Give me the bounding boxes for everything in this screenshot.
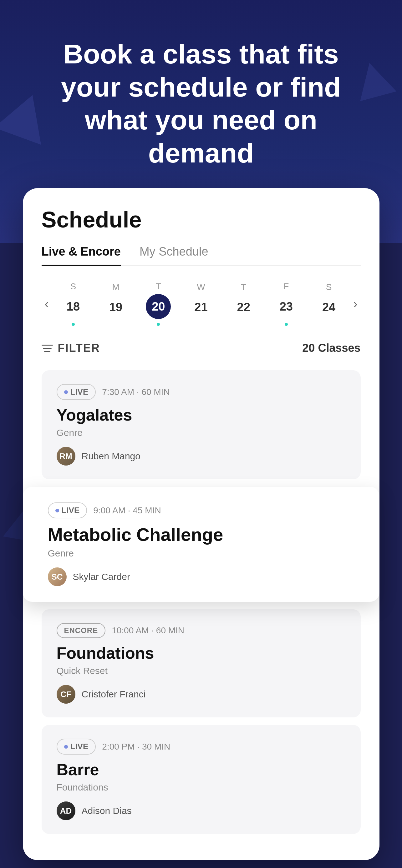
filter-row: FILTER 20 Classes — [41, 335, 361, 361]
instructor-name: Ruben Mango — [82, 451, 141, 462]
avatar: RM — [57, 447, 76, 466]
avatar: SC — [48, 567, 67, 586]
calendar-day[interactable]: T22 — [231, 282, 256, 325]
day-name: T — [156, 281, 161, 291]
class-name: Yogalates — [57, 406, 346, 424]
calendar-day[interactable]: T20 — [146, 281, 171, 326]
hero-title: Book a class that fits your schedule or … — [60, 37, 342, 169]
class-card[interactable]: ENCORE10:00 AM · 60 MINFoundationsQuick … — [41, 609, 361, 717]
day-name: W — [197, 282, 205, 292]
live-badge: LIVE — [57, 384, 96, 400]
instructor-row: ADAdison Dias — [57, 801, 346, 820]
filter-button[interactable]: FILTER — [41, 342, 100, 354]
class-time: 10:00 AM · 60 MIN — [112, 625, 184, 636]
filter-icon — [41, 343, 53, 353]
day-dot — [327, 322, 331, 325]
class-name: Barre — [57, 760, 346, 779]
instructor-name: Cristofer Franci — [82, 689, 146, 700]
day-dot — [242, 322, 245, 325]
instructor-row: CFCristofer Franci — [57, 685, 346, 704]
tabs-row: Live & Encore My Schedule — [41, 245, 361, 266]
day-number: 24 — [316, 294, 341, 320]
day-dot — [157, 323, 160, 326]
tab-my-schedule[interactable]: My Schedule — [140, 245, 208, 266]
instructor-name: Skylar Carder — [73, 571, 130, 582]
encore-badge: ENCORE — [57, 623, 106, 638]
day-number: 22 — [231, 294, 256, 320]
calendar-next-button[interactable]: › — [350, 297, 361, 311]
day-number: 23 — [274, 294, 299, 319]
class-genre: Genre — [48, 548, 354, 559]
day-dot — [199, 322, 202, 325]
badge-row: LIVE2:00 PM · 30 MIN — [57, 739, 346, 754]
instructor-row: RMRuben Mango — [57, 447, 346, 466]
calendar-day[interactable]: F23 — [274, 281, 299, 326]
hero-section: Book a class that fits your schedule or … — [0, 0, 402, 188]
classes-count: 20 Classes — [302, 342, 361, 354]
class-name: Metabolic Challenge — [48, 524, 354, 545]
class-time: 2:00 PM · 30 MIN — [102, 742, 170, 752]
day-number: 21 — [188, 294, 213, 320]
badge-row: LIVE9:00 AM · 45 MIN — [48, 502, 354, 518]
live-badge: LIVE — [48, 502, 87, 518]
live-badge: LIVE — [57, 739, 96, 754]
class-genre: Quick Reset — [57, 665, 346, 676]
day-name: S — [326, 282, 332, 292]
day-number: 20 — [146, 294, 171, 319]
avatar: CF — [57, 685, 76, 704]
class-genre: Foundations — [57, 782, 346, 793]
calendar-day[interactable]: W21 — [188, 282, 213, 325]
calendar-days: S18M19T20W21T22F23S24 — [52, 281, 350, 326]
class-list: LIVE7:30 AM · 60 MINYogalatesGenreRMRube… — [41, 370, 361, 860]
class-time: 9:00 AM · 45 MIN — [93, 505, 161, 516]
class-card[interactable]: LIVE9:00 AM · 45 MINMetabolic ChallengeG… — [23, 487, 379, 602]
badge-row: LIVE7:30 AM · 60 MIN — [57, 384, 346, 400]
day-number: 18 — [61, 294, 86, 319]
day-name: T — [241, 282, 246, 292]
calendar-prev-button[interactable]: ‹ — [41, 297, 52, 311]
class-time: 7:30 AM · 60 MIN — [102, 387, 170, 397]
badge-row: ENCORE10:00 AM · 60 MIN — [57, 623, 346, 638]
class-card[interactable]: LIVE2:00 PM · 30 MINBarreFoundationsADAd… — [41, 725, 361, 834]
calendar-row: ‹ S18M19T20W21T22F23S24 › — [41, 281, 361, 326]
day-dot — [71, 323, 75, 326]
class-card[interactable]: LIVE7:30 AM · 60 MINYogalatesGenreRMRube… — [41, 370, 361, 479]
day-dot — [114, 322, 117, 325]
calendar-day[interactable]: S18 — [61, 281, 86, 326]
class-genre: Genre — [57, 428, 346, 438]
avatar: AD — [57, 801, 76, 820]
schedule-card: Schedule Live & Encore My Schedule ‹ S18… — [23, 188, 379, 860]
calendar-day[interactable]: S24 — [316, 282, 341, 325]
tab-live-encore[interactable]: Live & Encore — [41, 245, 121, 266]
day-number: 19 — [103, 294, 128, 320]
class-name: Foundations — [57, 644, 346, 662]
day-name: F — [283, 281, 289, 291]
instructor-row: SCSkylar Carder — [48, 567, 354, 586]
calendar-day[interactable]: M19 — [103, 282, 128, 325]
filter-label: FILTER — [58, 342, 100, 354]
day-name: M — [112, 282, 119, 292]
schedule-title: Schedule — [41, 207, 361, 232]
day-dot — [285, 323, 288, 326]
instructor-name: Adison Dias — [82, 806, 132, 816]
day-name: S — [70, 281, 76, 291]
